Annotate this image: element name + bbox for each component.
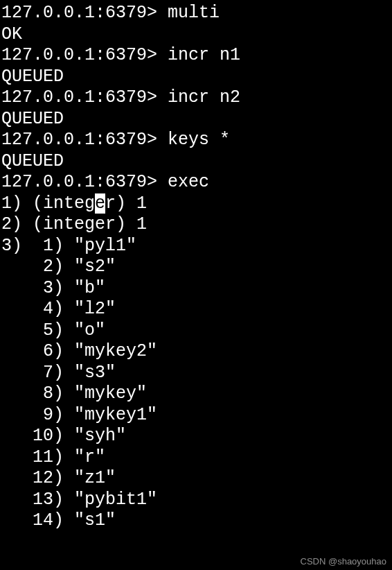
response-line: QUEUED [1, 109, 391, 130]
command-line: 127.0.0.1:6379> exec [1, 172, 391, 193]
exec-result-keys-line: 7) "s3" [1, 363, 391, 384]
command-text: multi [168, 3, 220, 23]
exec-result-keys-line: 2) "s2" [1, 257, 391, 278]
command-text: exec [168, 172, 209, 192]
prompt: 127.0.0.1:6379> [1, 45, 168, 65]
prompt: 127.0.0.1:6379> [1, 87, 168, 107]
exec-result-keys-line: 3) 1) "pyl1" [1, 236, 391, 257]
command-text: incr n2 [168, 87, 240, 107]
exec-result-keys-line: 4) "l2" [1, 299, 391, 320]
exec-result-line: 2) (integer) 1 [1, 214, 391, 236]
command-line: 127.0.0.1:6379> keys * [1, 130, 391, 151]
cursor-highlight: e [95, 193, 105, 214]
exec-result-keys-line: 10) "syh" [1, 426, 391, 447]
exec-result-keys-line: 6) "mykey2" [1, 341, 391, 363]
command-line: 127.0.0.1:6379> multi [1, 3, 391, 24]
response-line: OK [1, 24, 391, 46]
command-text: keys * [168, 130, 230, 150]
prompt: 127.0.0.1:6379> [1, 3, 168, 23]
exec-result-keys-line: 13) "pybit1" [1, 490, 391, 511]
command-line: 127.0.0.1:6379> incr n1 [1, 45, 391, 67]
exec-result-keys-line: 8) "mykey" [1, 383, 391, 405]
response-line: QUEUED [1, 151, 391, 173]
command-line: 127.0.0.1:6379> incr n2 [1, 87, 391, 109]
watermark: CSDN @shaoyouhao [301, 557, 386, 566]
prompt: 127.0.0.1:6379> [1, 130, 168, 150]
exec-result-keys-line: 3) "b" [1, 278, 391, 300]
exec-result-keys-line: 9) "mykey1" [1, 405, 391, 426]
response-line: QUEUED [1, 67, 391, 88]
command-text: incr n1 [168, 45, 240, 65]
exec-result-line: 1) (integer) 1 [1, 193, 391, 215]
exec-result-keys-line: 14) "s1" [1, 510, 391, 532]
prompt: 127.0.0.1:6379> [1, 172, 168, 192]
exec-result-keys-line: 12) "z1" [1, 468, 391, 490]
terminal-output: 127.0.0.1:6379> multi OK 127.0.0.1:6379>… [1, 3, 391, 532]
exec-result-keys-line: 11) "r" [1, 447, 391, 469]
exec-result-keys-line: 5) "o" [1, 320, 391, 342]
